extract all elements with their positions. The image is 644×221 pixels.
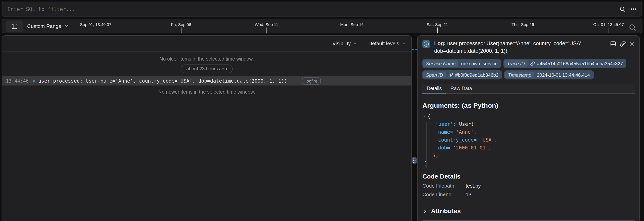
log-level-diamond-icon: ◆: [32, 78, 36, 83]
indent-guide: [426, 122, 427, 168]
sql-filter-input[interactable]: [2, 2, 617, 16]
search-icon[interactable]: [617, 3, 628, 14]
log-list-header: Visibility Default levels: [2, 36, 411, 51]
code-details-heading: Code Details: [422, 173, 634, 180]
more-options-icon[interactable]: [628, 3, 639, 14]
trace-id-badge[interactable]: Trace ID #454514c0168a455a51bb4ceba354c3…: [504, 59, 626, 68]
code-lineno-row: Code Lineno: 13: [422, 192, 634, 198]
time-range-dropdown[interactable]: Custom Range: [27, 19, 69, 33]
timestamp-badge: Timestamp 2024-10-01 13:44:46.414: [504, 70, 594, 79]
sidebar-toggle-button[interactable]: [6, 20, 23, 32]
attributes-toggle[interactable]: Attributes: [422, 208, 634, 215]
log-tag: logfire: [302, 77, 321, 84]
arguments-heading: Arguments: (as Python): [422, 102, 634, 110]
chevron-down-icon: [64, 23, 69, 28]
service-name-badge: Service Name unknown_service: [422, 59, 501, 68]
code-line: country_code= 'USA' ,: [422, 136, 634, 144]
log-details-panel: Log: user processed: User(name='Anne', c…: [417, 35, 640, 221]
collapse-chevron-icon[interactable]: [430, 122, 434, 126]
chevron-down-icon: [353, 41, 358, 46]
code-line: {: [422, 112, 634, 120]
log-message: user processed: User(name='Anne', countr…: [38, 78, 287, 84]
collapse-chevron-icon[interactable]: [422, 114, 426, 118]
log-list-panel: Visibility Default levels No older items…: [2, 35, 412, 221]
sql-filter-bar: [2, 1, 642, 16]
no-older-items-note: No older items in the selected time wind…: [2, 56, 411, 62]
info-icon: [422, 40, 430, 48]
detail-badges: Service Name unknown_service Trace ID #4…: [422, 59, 631, 79]
app-window: Custom Range Sep 01, 13:40:07 Fri, Sep 0…: [0, 0, 644, 221]
visibility-dropdown[interactable]: Visibility: [332, 40, 357, 46]
copy-link-icon[interactable]: [620, 40, 626, 47]
time-ago-badge: about 23 hours ago: [181, 64, 233, 73]
no-newer-items-note: No newer items in the selected time wind…: [2, 89, 411, 95]
code-line: dob= '2000-01-01' ,: [422, 144, 634, 151]
dock-panel-bottom-icon[interactable]: [610, 41, 616, 47]
log-timestamp: 13:44:46: [6, 78, 29, 84]
default-levels-dropdown[interactable]: Default levels: [368, 40, 406, 46]
code-line: 'user': User(: [422, 120, 634, 128]
code-line: name= 'Anne' ,: [422, 128, 634, 136]
tab-details[interactable]: Details: [422, 84, 446, 93]
detail-tabs: Details Raw Data: [422, 84, 634, 94]
tab-raw-data[interactable]: Raw Data: [446, 84, 476, 93]
code-line: ),: [422, 151, 634, 159]
link-icon: [448, 73, 453, 77]
indent-guide: [432, 130, 432, 160]
detail-title: Log: user processed: User(name='Anne', c…: [434, 40, 604, 55]
chevron-down-icon: [402, 41, 406, 46]
code-filepath-row: Code Filepath: test.py: [422, 183, 634, 189]
span-id-badge[interactable]: Span ID #b0f0d9ed1ab346b2: [422, 70, 502, 79]
time-range-label: Custom Range: [27, 23, 61, 29]
arguments-code-block: { 'user': User( name= 'Anne' , country_c…: [422, 112, 634, 167]
divider: [422, 220, 634, 221]
link-icon: [530, 61, 535, 66]
close-icon[interactable]: [630, 41, 634, 46]
divider: [76, 21, 76, 31]
panel-resize-handle[interactable]: [412, 157, 417, 164]
code-line: }: [422, 159, 634, 167]
log-row[interactable]: 13:44:46 ◆ user processed: User(name='An…: [2, 76, 411, 86]
timeline-bar: Custom Range Sep 01, 13:40:07 Fri, Sep 0…: [2, 19, 642, 33]
chevron-right-icon: [422, 209, 428, 214]
zoom-in-icon[interactable]: [627, 22, 638, 33]
